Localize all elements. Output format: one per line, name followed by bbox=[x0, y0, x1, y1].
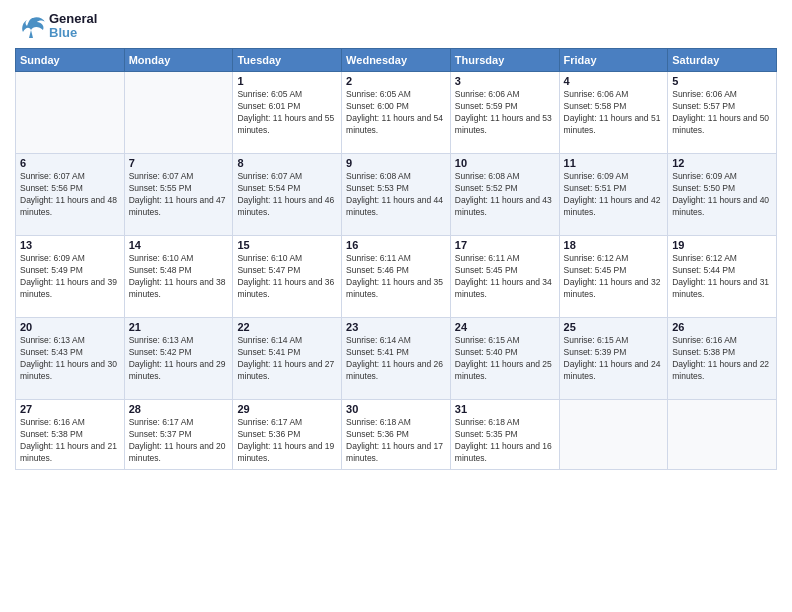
col-header-sunday: Sunday bbox=[16, 49, 125, 72]
col-header-saturday: Saturday bbox=[668, 49, 777, 72]
calendar-cell: 14Sunrise: 6:10 AM Sunset: 5:48 PM Dayli… bbox=[124, 236, 233, 318]
calendar-cell: 9Sunrise: 6:08 AM Sunset: 5:53 PM Daylig… bbox=[342, 154, 451, 236]
calendar-week-3: 13Sunrise: 6:09 AM Sunset: 5:49 PM Dayli… bbox=[16, 236, 777, 318]
calendar-cell bbox=[16, 72, 125, 154]
day-number: 5 bbox=[672, 75, 772, 87]
day-info: Sunrise: 6:16 AM Sunset: 5:38 PM Dayligh… bbox=[672, 335, 772, 383]
calendar-cell: 21Sunrise: 6:13 AM Sunset: 5:42 PM Dayli… bbox=[124, 318, 233, 400]
day-info: Sunrise: 6:14 AM Sunset: 5:41 PM Dayligh… bbox=[346, 335, 446, 383]
day-number: 19 bbox=[672, 239, 772, 251]
calendar-cell: 8Sunrise: 6:07 AM Sunset: 5:54 PM Daylig… bbox=[233, 154, 342, 236]
day-info: Sunrise: 6:09 AM Sunset: 5:51 PM Dayligh… bbox=[564, 171, 664, 219]
col-header-friday: Friday bbox=[559, 49, 668, 72]
calendar-cell: 10Sunrise: 6:08 AM Sunset: 5:52 PM Dayli… bbox=[450, 154, 559, 236]
day-number: 21 bbox=[129, 321, 229, 333]
day-info: Sunrise: 6:11 AM Sunset: 5:46 PM Dayligh… bbox=[346, 253, 446, 301]
calendar-header-row: SundayMondayTuesdayWednesdayThursdayFrid… bbox=[16, 49, 777, 72]
day-number: 31 bbox=[455, 403, 555, 415]
calendar-week-2: 6Sunrise: 6:07 AM Sunset: 5:56 PM Daylig… bbox=[16, 154, 777, 236]
day-number: 10 bbox=[455, 157, 555, 169]
day-number: 3 bbox=[455, 75, 555, 87]
col-header-monday: Monday bbox=[124, 49, 233, 72]
logo-blue-text: Blue bbox=[49, 26, 97, 40]
calendar-cell: 19Sunrise: 6:12 AM Sunset: 5:44 PM Dayli… bbox=[668, 236, 777, 318]
calendar-cell bbox=[124, 72, 233, 154]
calendar-cell: 31Sunrise: 6:18 AM Sunset: 5:35 PM Dayli… bbox=[450, 400, 559, 470]
calendar-cell: 23Sunrise: 6:14 AM Sunset: 5:41 PM Dayli… bbox=[342, 318, 451, 400]
calendar-cell: 25Sunrise: 6:15 AM Sunset: 5:39 PM Dayli… bbox=[559, 318, 668, 400]
calendar-cell: 1Sunrise: 6:05 AM Sunset: 6:01 PM Daylig… bbox=[233, 72, 342, 154]
calendar-cell: 30Sunrise: 6:18 AM Sunset: 5:36 PM Dayli… bbox=[342, 400, 451, 470]
day-number: 1 bbox=[237, 75, 337, 87]
calendar-cell: 4Sunrise: 6:06 AM Sunset: 5:58 PM Daylig… bbox=[559, 72, 668, 154]
page-container: General Blue SundayMondayTuesdayWednesda… bbox=[0, 0, 792, 612]
calendar-cell: 11Sunrise: 6:09 AM Sunset: 5:51 PM Dayli… bbox=[559, 154, 668, 236]
day-number: 25 bbox=[564, 321, 664, 333]
calendar-week-1: 1Sunrise: 6:05 AM Sunset: 6:01 PM Daylig… bbox=[16, 72, 777, 154]
day-number: 24 bbox=[455, 321, 555, 333]
day-number: 28 bbox=[129, 403, 229, 415]
day-number: 15 bbox=[237, 239, 337, 251]
day-info: Sunrise: 6:10 AM Sunset: 5:47 PM Dayligh… bbox=[237, 253, 337, 301]
day-number: 26 bbox=[672, 321, 772, 333]
day-info: Sunrise: 6:13 AM Sunset: 5:42 PM Dayligh… bbox=[129, 335, 229, 383]
day-number: 12 bbox=[672, 157, 772, 169]
calendar-cell: 28Sunrise: 6:17 AM Sunset: 5:37 PM Dayli… bbox=[124, 400, 233, 470]
day-number: 11 bbox=[564, 157, 664, 169]
day-number: 22 bbox=[237, 321, 337, 333]
day-number: 9 bbox=[346, 157, 446, 169]
calendar-cell: 12Sunrise: 6:09 AM Sunset: 5:50 PM Dayli… bbox=[668, 154, 777, 236]
day-number: 7 bbox=[129, 157, 229, 169]
day-info: Sunrise: 6:16 AM Sunset: 5:38 PM Dayligh… bbox=[20, 417, 120, 465]
day-number: 16 bbox=[346, 239, 446, 251]
day-info: Sunrise: 6:18 AM Sunset: 5:36 PM Dayligh… bbox=[346, 417, 446, 465]
day-number: 14 bbox=[129, 239, 229, 251]
calendar-cell: 27Sunrise: 6:16 AM Sunset: 5:38 PM Dayli… bbox=[16, 400, 125, 470]
calendar-cell: 24Sunrise: 6:15 AM Sunset: 5:40 PM Dayli… bbox=[450, 318, 559, 400]
calendar-cell: 29Sunrise: 6:17 AM Sunset: 5:36 PM Dayli… bbox=[233, 400, 342, 470]
day-info: Sunrise: 6:08 AM Sunset: 5:53 PM Dayligh… bbox=[346, 171, 446, 219]
col-header-thursday: Thursday bbox=[450, 49, 559, 72]
day-info: Sunrise: 6:18 AM Sunset: 5:35 PM Dayligh… bbox=[455, 417, 555, 465]
calendar-cell: 20Sunrise: 6:13 AM Sunset: 5:43 PM Dayli… bbox=[16, 318, 125, 400]
header: General Blue bbox=[15, 10, 777, 42]
logo-bird-icon bbox=[15, 10, 47, 42]
calendar-cell: 13Sunrise: 6:09 AM Sunset: 5:49 PM Dayli… bbox=[16, 236, 125, 318]
day-info: Sunrise: 6:07 AM Sunset: 5:56 PM Dayligh… bbox=[20, 171, 120, 219]
day-number: 18 bbox=[564, 239, 664, 251]
day-info: Sunrise: 6:15 AM Sunset: 5:39 PM Dayligh… bbox=[564, 335, 664, 383]
calendar-cell: 15Sunrise: 6:10 AM Sunset: 5:47 PM Dayli… bbox=[233, 236, 342, 318]
day-info: Sunrise: 6:10 AM Sunset: 5:48 PM Dayligh… bbox=[129, 253, 229, 301]
day-info: Sunrise: 6:08 AM Sunset: 5:52 PM Dayligh… bbox=[455, 171, 555, 219]
calendar-cell: 7Sunrise: 6:07 AM Sunset: 5:55 PM Daylig… bbox=[124, 154, 233, 236]
logo-general-text: General bbox=[49, 12, 97, 26]
day-info: Sunrise: 6:05 AM Sunset: 6:01 PM Dayligh… bbox=[237, 89, 337, 137]
day-info: Sunrise: 6:13 AM Sunset: 5:43 PM Dayligh… bbox=[20, 335, 120, 383]
day-info: Sunrise: 6:15 AM Sunset: 5:40 PM Dayligh… bbox=[455, 335, 555, 383]
day-info: Sunrise: 6:17 AM Sunset: 5:37 PM Dayligh… bbox=[129, 417, 229, 465]
calendar-cell: 26Sunrise: 6:16 AM Sunset: 5:38 PM Dayli… bbox=[668, 318, 777, 400]
calendar-cell: 17Sunrise: 6:11 AM Sunset: 5:45 PM Dayli… bbox=[450, 236, 559, 318]
day-info: Sunrise: 6:07 AM Sunset: 5:55 PM Dayligh… bbox=[129, 171, 229, 219]
calendar-week-5: 27Sunrise: 6:16 AM Sunset: 5:38 PM Dayli… bbox=[16, 400, 777, 470]
day-number: 2 bbox=[346, 75, 446, 87]
logo: General Blue bbox=[15, 10, 97, 42]
calendar-cell: 2Sunrise: 6:05 AM Sunset: 6:00 PM Daylig… bbox=[342, 72, 451, 154]
day-info: Sunrise: 6:06 AM Sunset: 5:57 PM Dayligh… bbox=[672, 89, 772, 137]
calendar-cell: 22Sunrise: 6:14 AM Sunset: 5:41 PM Dayli… bbox=[233, 318, 342, 400]
logo: General Blue bbox=[15, 10, 97, 42]
calendar-week-4: 20Sunrise: 6:13 AM Sunset: 5:43 PM Dayli… bbox=[16, 318, 777, 400]
day-number: 30 bbox=[346, 403, 446, 415]
day-number: 13 bbox=[20, 239, 120, 251]
day-info: Sunrise: 6:14 AM Sunset: 5:41 PM Dayligh… bbox=[237, 335, 337, 383]
day-number: 23 bbox=[346, 321, 446, 333]
day-number: 27 bbox=[20, 403, 120, 415]
day-info: Sunrise: 6:12 AM Sunset: 5:45 PM Dayligh… bbox=[564, 253, 664, 301]
calendar-table: SundayMondayTuesdayWednesdayThursdayFrid… bbox=[15, 48, 777, 470]
day-info: Sunrise: 6:06 AM Sunset: 5:58 PM Dayligh… bbox=[564, 89, 664, 137]
calendar-cell: 5Sunrise: 6:06 AM Sunset: 5:57 PM Daylig… bbox=[668, 72, 777, 154]
col-header-tuesday: Tuesday bbox=[233, 49, 342, 72]
day-info: Sunrise: 6:05 AM Sunset: 6:00 PM Dayligh… bbox=[346, 89, 446, 137]
day-info: Sunrise: 6:07 AM Sunset: 5:54 PM Dayligh… bbox=[237, 171, 337, 219]
day-number: 29 bbox=[237, 403, 337, 415]
